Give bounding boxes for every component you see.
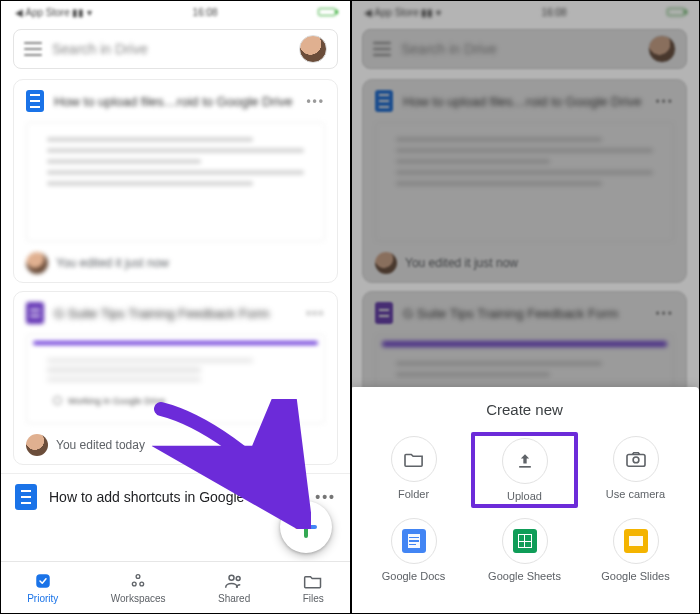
- svg-point-2: [133, 582, 137, 586]
- nav-files[interactable]: Files: [303, 571, 324, 604]
- files-icon: [303, 571, 323, 591]
- priority-icon: [33, 571, 53, 591]
- form-preview: Working in Google Drive: [26, 334, 325, 424]
- forms-icon: [26, 302, 44, 324]
- card-footer: You edited it just now: [56, 256, 169, 270]
- google-slides-icon: [613, 518, 659, 564]
- screenshot-left: ◀ App Store ▮▮ ▾16:08 Search in Drive Ho…: [1, 1, 350, 613]
- google-sheets-icon: [502, 518, 548, 564]
- pane-divider: [350, 1, 352, 613]
- priority-card-1[interactable]: How to upload files…roid to Google Drive…: [13, 79, 338, 283]
- workspaces-icon: [128, 571, 148, 591]
- svg-point-3: [140, 582, 144, 586]
- svg-point-4: [229, 575, 234, 580]
- priority-card-2[interactable]: G Suite Tips Training Feedback Form ••• …: [13, 291, 338, 465]
- working-label: Working in Google Drive: [68, 396, 165, 406]
- folder-icon: [391, 436, 437, 482]
- svg-point-1: [136, 575, 140, 579]
- create-sheets[interactable]: Google Sheets: [471, 514, 578, 584]
- more-icon[interactable]: •••: [306, 306, 325, 320]
- more-icon[interactable]: •••: [306, 94, 325, 108]
- nav-shared[interactable]: Shared: [218, 571, 250, 604]
- plus-icon: [295, 516, 317, 538]
- upload-icon: [502, 438, 548, 484]
- svg-point-5: [236, 577, 240, 581]
- avatar: [26, 252, 48, 274]
- avatar[interactable]: [299, 35, 327, 63]
- google-docs-icon: [391, 518, 437, 564]
- more-icon[interactable]: •••: [315, 489, 336, 505]
- camera-icon: [613, 436, 659, 482]
- shared-icon: [224, 571, 244, 591]
- svg-rect-6: [519, 466, 531, 468]
- sync-icon: [53, 396, 62, 405]
- docs-icon: [26, 90, 44, 112]
- docs-icon: [15, 484, 37, 510]
- menu-icon[interactable]: [24, 42, 42, 56]
- search-bar[interactable]: Search in Drive: [13, 29, 338, 69]
- file-title: How to add shortcuts in Google Drive: [49, 489, 303, 505]
- nav-priority[interactable]: Priority: [27, 571, 58, 604]
- create-camera[interactable]: Use camera: [582, 432, 689, 508]
- create-upload[interactable]: Upload: [471, 432, 578, 508]
- svg-rect-0: [36, 574, 50, 588]
- screenshot-right: ◀ App Store ▮▮ ▾16:08 Search in Drive Ho…: [350, 1, 699, 613]
- fab-new[interactable]: [280, 501, 332, 553]
- svg-point-8: [633, 457, 639, 463]
- create-docs[interactable]: Google Docs: [360, 514, 467, 584]
- card-footer: You edited today: [56, 438, 145, 452]
- avatar: [26, 434, 48, 456]
- search-placeholder: Search in Drive: [52, 41, 299, 57]
- create-slides[interactable]: Google Slides: [582, 514, 689, 584]
- create-folder[interactable]: Folder: [360, 432, 467, 508]
- card-title: G Suite Tips Training Feedback Form: [54, 306, 296, 320]
- bottom-nav: Priority Workspaces Shared Files: [1, 561, 350, 613]
- nav-workspaces[interactable]: Workspaces: [111, 571, 166, 604]
- card-title: How to upload files…roid to Google Drive: [54, 94, 296, 108]
- create-new-sheet: Create new Folder Upload: [350, 387, 699, 613]
- status-bar: ◀ App Store ▮▮ ▾16:08: [1, 1, 350, 23]
- sheet-title: Create new: [360, 401, 689, 418]
- doc-preview: [26, 122, 325, 242]
